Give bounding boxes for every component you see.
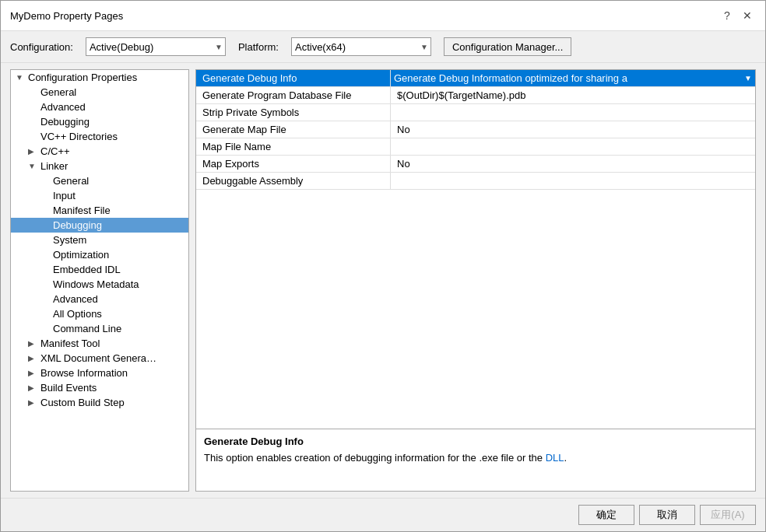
tree-item-build-events[interactable]: ▶Build Events — [11, 380, 188, 395]
prop-row-map-exports[interactable]: Map ExportsNo — [196, 156, 755, 173]
prop-row-generate-debug-info[interactable]: Generate Debug InfoGenerate Debug Inform… — [196, 70, 755, 87]
description-text: This option enables creation of debuggin… — [204, 450, 747, 466]
tree-item-label: Advanced — [40, 101, 86, 113]
prop-value-generate-map-file: No — [391, 121, 755, 138]
prop-name-strip-private-symbols: Strip Private Symbols — [196, 104, 391, 121]
tree-item-label: General — [40, 86, 76, 98]
tree-item-linker-debugging[interactable]: Debugging — [11, 218, 188, 233]
tree-expand-icon[interactable]: ▶ — [28, 147, 39, 156]
prop-row-strip-private-symbols[interactable]: Strip Private Symbols — [196, 104, 755, 121]
config-select-wrapper: Active(Debug) ▼ — [86, 37, 226, 56]
prop-row-debuggable-assembly[interactable]: Debuggable Assembly — [196, 173, 755, 190]
tree-item-label: Manifest Tool — [40, 338, 100, 349]
dll-link[interactable]: DLL — [546, 452, 564, 464]
tree-item-label: Optimization — [53, 249, 109, 261]
property-pages-dialog: MyDemo Property Pages ? ✕ Configuration:… — [0, 0, 766, 532]
tree-item-vc-directories[interactable]: VC++ Directories — [11, 129, 188, 144]
tree-item-linker-general[interactable]: General — [11, 173, 188, 188]
tree-item-label: Command Line — [53, 323, 121, 334]
tree-expand-icon[interactable]: ▶ — [28, 383, 39, 392]
tree-item-label: Linker — [40, 160, 68, 172]
main-content: ▼Configuration PropertiesGeneralAdvanced… — [1, 63, 765, 498]
tree-item-cpp[interactable]: ▶C/C++ — [11, 144, 188, 159]
apply-button[interactable]: 应用(A) — [700, 505, 756, 525]
tree-item-label: General — [53, 175, 89, 187]
config-row: Configuration: Active(Debug) ▼ Platform:… — [1, 31, 765, 63]
config-label: Configuration: — [10, 41, 73, 53]
tree-item-label: Custom Build Step — [40, 397, 125, 408]
tree-item-label: Configuration Properties — [28, 72, 137, 83]
footer: 确定 取消 应用(A) — [1, 498, 765, 531]
tree-item-label: Advanced — [53, 293, 98, 305]
prop-value-strip-private-symbols — [391, 104, 755, 121]
prop-dropdown-arrow-icon[interactable]: ▼ — [744, 74, 752, 82]
tree-item-label: System — [53, 234, 86, 246]
prop-name-map-exports: Map Exports — [196, 156, 391, 172]
tree-item-label: Manifest File — [53, 205, 111, 216]
description-panel: Generate Debug Info This option enables … — [195, 429, 756, 492]
tree-item-linker-input[interactable]: Input — [11, 188, 188, 203]
configuration-select[interactable]: Active(Debug) — [86, 37, 226, 56]
tree-item-manifest-tool[interactable]: ▶Manifest Tool — [11, 336, 188, 351]
tree-item-label: VC++ Directories — [40, 131, 118, 142]
prop-name-generate-pdb: Generate Program Database File — [196, 87, 391, 103]
tree-item-linker-advanced[interactable]: Advanced — [11, 292, 188, 306]
prop-value-text: Generate Debug Information optimized for… — [394, 72, 627, 84]
tree-item-label: Windows Metadata — [53, 278, 139, 290]
tree-item-advanced[interactable]: Advanced — [11, 100, 188, 114]
ok-button[interactable]: 确定 — [578, 505, 634, 525]
dialog-title: MyDemo Property Pages — [10, 10, 123, 22]
tree-expand-icon[interactable]: ▶ — [28, 354, 39, 362]
tree-item-label: Debugging — [40, 116, 90, 128]
tree-expand-icon[interactable]: ▶ — [28, 398, 39, 407]
tree-expand-icon[interactable]: ▼ — [16, 73, 26, 82]
platform-select[interactable]: Active(x64) — [291, 37, 431, 56]
cancel-button[interactable]: 取消 — [639, 505, 695, 525]
tree-item-linker-optimization[interactable]: Optimization — [11, 247, 188, 262]
tree-item-label: All Options — [53, 308, 102, 320]
tree-item-label: Input — [53, 190, 76, 201]
tree-item-label: XML Document Genera… — [40, 352, 156, 364]
config-manager-button[interactable]: Configuration Manager... — [444, 37, 571, 56]
title-bar: MyDemo Property Pages ? ✕ — [1, 1, 765, 31]
tree-item-linker[interactable]: ▼Linker — [11, 159, 188, 173]
prop-value-map-exports: No — [391, 156, 755, 172]
prop-name-debuggable-assembly: Debuggable Assembly — [196, 173, 391, 189]
tree-item-browse-information[interactable]: ▶Browse Information — [11, 366, 188, 380]
prop-row-map-file-name[interactable]: Map File Name — [196, 138, 755, 156]
title-bar-buttons: ? ✕ — [719, 7, 756, 24]
tree-item-linker-all-options[interactable]: All Options — [11, 306, 188, 321]
prop-row-generate-pdb[interactable]: Generate Program Database File$(OutDir)$… — [196, 87, 755, 104]
property-grid: Generate Debug InfoGenerate Debug Inform… — [195, 69, 756, 429]
tree-item-label: Embedded IDL — [53, 264, 121, 275]
close-button[interactable]: ✕ — [739, 7, 756, 24]
right-panel: Generate Debug InfoGenerate Debug Inform… — [195, 69, 756, 492]
tree-item-custom-build-step[interactable]: ▶Custom Build Step — [11, 395, 188, 410]
platform-label: Platform: — [238, 41, 279, 53]
tree-panel: ▼Configuration PropertiesGeneralAdvanced… — [10, 69, 189, 492]
help-button[interactable]: ? — [719, 7, 736, 24]
tree-item-configuration-properties[interactable]: ▼Configuration Properties — [11, 70, 188, 85]
prop-value-generate-debug-info: Generate Debug Information optimized for… — [391, 70, 755, 86]
tree-item-label: Debugging — [53, 219, 102, 231]
tree-item-linker-manifest-file[interactable]: Manifest File — [11, 203, 188, 218]
prop-name-generate-debug-info: Generate Debug Info — [196, 70, 391, 86]
tree-item-general[interactable]: General — [11, 85, 188, 100]
tree-item-linker-windows-metadata[interactable]: Windows Metadata — [11, 277, 188, 292]
prop-row-generate-map-file[interactable]: Generate Map FileNo — [196, 121, 755, 138]
tree-item-linker-command-line[interactable]: Command Line — [11, 321, 188, 336]
tree-expand-icon[interactable]: ▶ — [28, 339, 39, 348]
tree-expand-icon[interactable]: ▼ — [28, 162, 39, 170]
tree-item-label: Build Events — [40, 382, 97, 394]
prop-value-map-file-name — [391, 138, 755, 155]
platform-select-wrapper: Active(x64) ▼ — [291, 37, 431, 56]
tree-item-label: C/C++ — [40, 145, 70, 157]
tree-item-linker-embedded-idl[interactable]: Embedded IDL — [11, 262, 188, 277]
tree-expand-icon[interactable]: ▶ — [28, 369, 39, 377]
description-title: Generate Debug Info — [204, 436, 747, 447]
tree-item-debugging[interactable]: Debugging — [11, 114, 188, 129]
tree-item-xml-document[interactable]: ▶XML Document Genera… — [11, 351, 188, 366]
prop-value-generate-pdb: $(OutDir)$(TargetName).pdb — [391, 87, 755, 103]
tree-item-label: Browse Information — [40, 367, 128, 379]
tree-item-linker-system[interactable]: System — [11, 233, 188, 247]
